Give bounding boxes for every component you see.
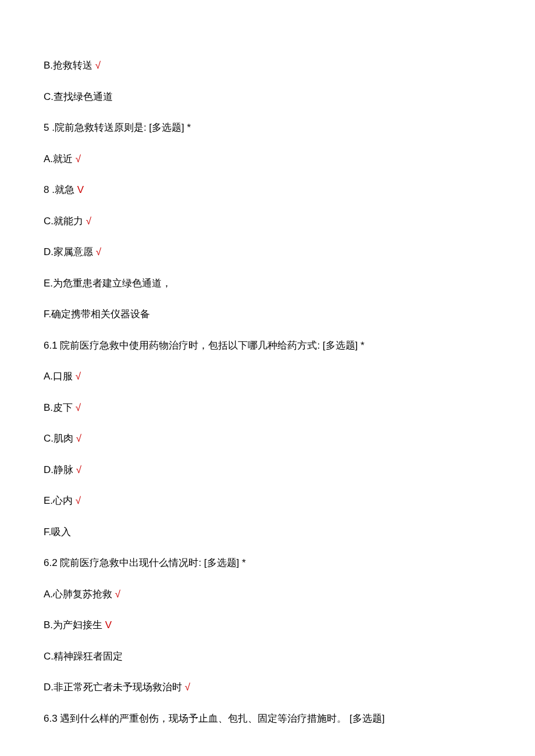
question-text: 院前急救转送原则是: [多选题] * — [55, 122, 191, 133]
checkmark-icon: √ — [76, 153, 81, 164]
option-line: A.心肺复苏抢救 √ — [44, 587, 491, 602]
checkmark-icon: √ — [76, 371, 81, 382]
option-line: E.为危重患者建立绿色通道， — [44, 276, 491, 291]
option-line: B.抢救转送 √ — [44, 58, 491, 73]
option-text: 为危重患者建立绿色通道， — [53, 278, 172, 289]
question-number: 6.3 — [44, 713, 58, 724]
option-text: 肌肉 — [54, 433, 73, 444]
option-label: E. — [44, 278, 53, 289]
option-text: 皮下 — [53, 402, 73, 413]
option-text: 吸入 — [51, 526, 71, 538]
option-line: C.精神躁狂者固定 — [44, 649, 491, 664]
option-label: E. — [44, 495, 53, 506]
option-text: 就能力 — [54, 216, 83, 227]
option-line: C.就能力 √ — [44, 214, 491, 229]
option-text: 查找绿色通道 — [54, 91, 113, 102]
option-line: F.确定携带相关仪器设备 — [44, 307, 491, 322]
option-text: 确定携带相关仪器设备 — [51, 309, 150, 320]
option-text: 非正常死亡者未予现场救治时 — [54, 682, 182, 693]
question-text: 院前医疗急救中使用药物治疗时，包括以下哪几种给药方式: [多选题] * — [60, 340, 364, 351]
option-label: B. — [44, 619, 53, 630]
question-separator: . — [49, 184, 54, 195]
option-text: 心内 — [53, 495, 73, 506]
option-text: 家属意愿 — [54, 246, 93, 257]
option-label: C. — [44, 91, 54, 102]
option-text: 静脉 — [54, 464, 73, 475]
checkmark-icon: √ — [76, 402, 81, 413]
checkmark-icon: √ — [95, 60, 101, 71]
option-label: F. — [44, 526, 51, 538]
checkmark-icon: √ — [86, 216, 91, 227]
question-line: 8 .就急 V — [44, 182, 491, 198]
question-line: 6.2 院前医疗急救中出现什么情况时: [多选题] * — [44, 556, 491, 571]
option-label: B. — [44, 60, 53, 71]
checkmark-icon: √ — [76, 495, 81, 506]
option-line: B.为产妇接生 V — [44, 618, 491, 633]
option-line: F.吸入 — [44, 525, 491, 540]
option-label: D. — [44, 682, 54, 693]
option-text: 就近 — [53, 153, 73, 164]
question-text: 遇到什么样的严重创伤，现场予止血、包扎、固定等治疗措施时。 [多选题] — [60, 713, 384, 724]
option-line: E.心内 √ — [44, 493, 491, 508]
option-line: D.家属意愿 √ — [44, 245, 491, 260]
v-mark-icon: V — [77, 184, 84, 195]
option-label: D. — [44, 464, 54, 475]
option-text: 心肺复苏抢救 — [53, 589, 112, 600]
option-line: C.查找绿色通道 — [44, 89, 491, 105]
question-line: 6.1 院前医疗急救中使用药物治疗时，包括以下哪几种给药方式: [多选题] * — [44, 338, 491, 353]
option-text: 为产妇接生 — [53, 619, 102, 630]
option-line: D.静脉 √ — [44, 463, 491, 478]
option-label: C. — [44, 216, 54, 227]
option-label: C. — [44, 433, 54, 444]
option-line: B.皮下 √ — [44, 400, 491, 415]
question-text: 就急 — [55, 184, 74, 195]
option-label: B. — [44, 402, 53, 413]
option-label: A. — [44, 153, 53, 164]
option-label: A. — [44, 371, 53, 382]
question-line: 6.3 遇到什么样的严重创伤，现场予止血、包扎、固定等治疗措施时。 [多选题] — [44, 711, 491, 726]
option-line: A.就近 √ — [44, 152, 491, 167]
checkmark-icon: √ — [76, 433, 81, 444]
option-text: 精神躁狂者固定 — [54, 651, 123, 662]
v-mark-icon: V — [105, 619, 112, 630]
checkmark-icon: √ — [76, 464, 81, 475]
checkmark-icon: √ — [96, 246, 101, 257]
option-label: D. — [44, 246, 54, 257]
option-line: D.非正常死亡者未予现场救治时 √ — [44, 680, 491, 695]
question-text: 院前医疗急救中出现什么情况时: [多选题] * — [60, 557, 245, 568]
checkmark-icon: √ — [115, 589, 120, 600]
checkmark-icon: √ — [185, 682, 190, 693]
option-label: A. — [44, 589, 53, 600]
option-text: 口服 — [53, 371, 73, 382]
option-line: A.口服 √ — [44, 369, 491, 384]
question-line: 5 .院前急救转送原则是: [多选题] * — [44, 120, 491, 135]
question-number: 6.1 — [44, 340, 58, 351]
option-line: C.肌肉 √ — [44, 431, 491, 446]
question-number: 6.2 — [44, 557, 58, 568]
option-text: 抢救转送 — [53, 60, 92, 71]
option-label: F. — [44, 309, 51, 320]
question-separator: . — [49, 122, 54, 133]
option-label: C. — [44, 651, 54, 662]
